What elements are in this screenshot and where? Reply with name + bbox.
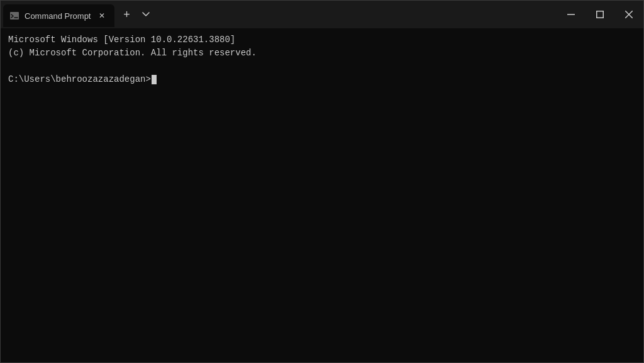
terminal-body[interactable]: Microsoft Windows [Version 10.0.22631.38…	[1, 28, 643, 362]
minimize-button[interactable]	[557, 1, 586, 28]
svg-rect-0	[10, 12, 19, 20]
close-button[interactable]	[614, 1, 643, 28]
terminal-prompt: C:\Users\behroozazazadegan>	[8, 73, 151, 86]
cmd-icon	[9, 11, 19, 21]
terminal-window: Command Prompt ✕ +	[0, 0, 644, 363]
terminal-line-1: Microsoft Windows [Version 10.0.22631.38…	[8, 33, 636, 47]
window-controls	[557, 1, 643, 28]
tab-label: Command Prompt	[25, 11, 91, 21]
tab-close-button[interactable]: ✕	[96, 9, 108, 22]
maximize-button[interactable]	[586, 1, 614, 28]
terminal-cursor	[152, 75, 157, 84]
terminal-line-3	[8, 60, 636, 73]
tab-dropdown-button[interactable]	[137, 6, 155, 23]
title-bar: Command Prompt ✕ +	[1, 1, 643, 28]
terminal-line-2: (c) Microsoft Corporation. All rights re…	[8, 47, 636, 60]
tab-command-prompt[interactable]: Command Prompt ✕	[3, 4, 114, 27]
new-tab-button[interactable]: +	[117, 5, 136, 24]
svg-rect-3	[597, 11, 604, 18]
tab-area: Command Prompt ✕ +	[3, 1, 557, 28]
terminal-prompt-line: C:\Users\behroozazazadegan>	[8, 73, 636, 86]
